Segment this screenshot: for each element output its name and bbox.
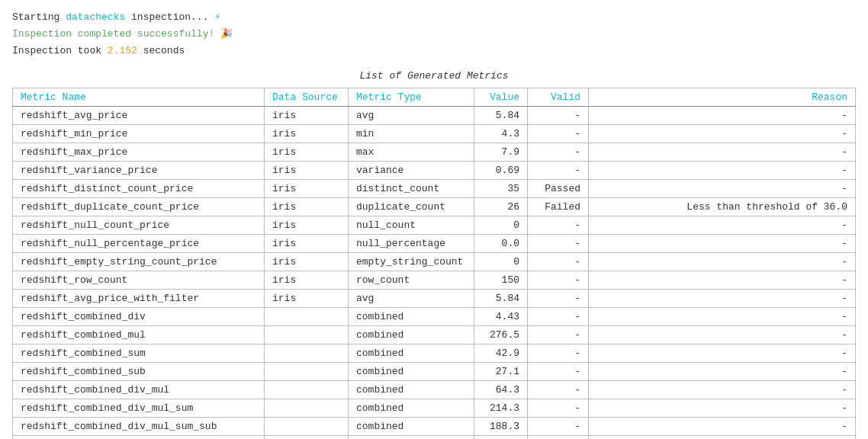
log-datachecks: datachecks	[66, 11, 125, 23]
cell-value: 27.1	[474, 363, 528, 381]
table-row: redshift_max_priceirismax7.9--	[13, 143, 856, 162]
log-line-2: Inspection completed successfully! 🎉	[12, 26, 856, 43]
table-row: redshift_min_priceirismin4.3--	[13, 125, 856, 143]
table-row: redshift_null_percentage_priceirisnull_p…	[13, 235, 856, 253]
cell-metric-name: redshift_avg_price_with_filter	[13, 290, 265, 308]
cell-metric-type: combined	[349, 436, 474, 439]
log-inspection-text: inspection...	[125, 11, 214, 23]
log-line-3: Inspection took 2.152 seconds	[12, 43, 856, 59]
cell-value: 214.3	[474, 399, 528, 418]
header-metric-name: Metric Name	[13, 88, 265, 107]
cell-metric-name: redshift_avg_price	[13, 107, 265, 125]
log-lightning-icon: ⚡	[214, 11, 220, 23]
table-row: redshift_combined_div_mul_sum_subcombine…	[13, 418, 856, 436]
cell-metric-type: combined	[349, 308, 474, 326]
cell-reason: -	[589, 344, 856, 363]
table-row: redshift_combined_div_mul_sumcombined214…	[13, 399, 856, 418]
cell-valid: -	[528, 125, 589, 143]
cell-valid: Passed	[528, 180, 589, 198]
cell-data-source: iris	[265, 290, 349, 308]
cell-reason: -	[589, 253, 856, 271]
header-valid: Valid	[528, 88, 589, 107]
cell-valid: Failed	[528, 436, 589, 439]
header-value: Value	[474, 88, 528, 107]
cell-valid: -	[528, 363, 589, 381]
cell-metric-name: redshift_distinct_count_price	[13, 180, 265, 198]
cell-reason: Less than threshold of 36.0	[589, 198, 856, 216]
cell-value: 35	[474, 180, 528, 198]
cell-data-source	[265, 399, 349, 418]
cell-metric-type: min	[349, 125, 474, 143]
cell-valid: Failed	[528, 198, 589, 216]
cell-data-source: iris	[265, 143, 349, 162]
cell-metric-name: redshift_combined_div_mul	[13, 381, 265, 399]
cell-valid: -	[528, 107, 589, 125]
cell-value: 276.5	[474, 326, 528, 344]
table-row: redshift_combined_div_mulcombined64.3--	[13, 381, 856, 399]
cell-value: 7.9	[474, 143, 528, 162]
cell-metric-type: empty_string_count	[349, 253, 474, 271]
cell-data-source	[265, 326, 349, 344]
cell-valid: -	[528, 344, 589, 363]
cell-metric-type: combined	[349, 418, 474, 436]
header-data-source: Data Source	[265, 88, 349, 107]
metrics-table: Metric Name Data Source Metric Type Valu…	[12, 88, 856, 439]
cell-data-source: iris	[265, 198, 349, 216]
cell-valid: -	[528, 381, 589, 399]
cell-valid: -	[528, 308, 589, 326]
cell-value: 0	[474, 253, 528, 271]
cell-value: 0.69	[474, 162, 528, 180]
cell-reason: Greater than threshold of 0.5	[589, 436, 856, 439]
cell-valid: -	[528, 253, 589, 271]
cell-reason: -	[589, 125, 856, 143]
cell-metric-name: redshift_combined_div	[13, 308, 265, 326]
cell-metric-type: null_count	[349, 216, 474, 235]
cell-metric-name: redshift_combined_sub	[13, 363, 265, 381]
table-row: redshift_combined_mulcombined276.5--	[13, 326, 856, 344]
cell-metric-name: redshift_min_price	[13, 125, 265, 143]
cell-metric-name: redshift_null_count_price	[13, 216, 265, 235]
cell-data-source	[265, 344, 349, 363]
cell-valid: -	[528, 162, 589, 180]
cell-data-source	[265, 308, 349, 326]
cell-metric-type: duplicate_count	[349, 198, 474, 216]
cell-data-source	[265, 363, 349, 381]
log-seconds-suffix: seconds	[137, 45, 185, 56]
cell-valid: -	[528, 290, 589, 308]
table-row: redshift_combined_sumcombined42.9--	[13, 344, 856, 363]
table-row: redshift_variance_priceirisvariance0.69-…	[13, 162, 856, 180]
cell-data-source: iris	[265, 253, 349, 271]
cell-metric-type: variance	[349, 162, 474, 180]
cell-valid: -	[528, 143, 589, 162]
cell-value: 0	[474, 216, 528, 235]
cell-metric-name: redshift_combined_mul	[13, 326, 265, 344]
table-header-row: Metric Name Data Source Metric Type Valu…	[13, 88, 856, 107]
cell-metric-type: max	[349, 143, 474, 162]
cell-data-source: iris	[265, 107, 349, 125]
cell-value: 0.0	[474, 235, 528, 253]
header-reason: Reason	[589, 88, 856, 107]
cell-valid: -	[528, 326, 589, 344]
cell-value: 150	[474, 271, 528, 290]
cell-metric-type: avg	[349, 107, 474, 125]
cell-reason: -	[589, 143, 856, 162]
cell-data-source: iris	[265, 125, 349, 143]
cell-metric-type: combined	[349, 326, 474, 344]
log-line-1: Starting datachecks inspection... ⚡	[12, 9, 856, 26]
cell-metric-type: combined	[349, 344, 474, 363]
cell-valid: -	[528, 399, 589, 418]
cell-metric-name: redshift_combined_div_mul_sum_sub	[13, 418, 265, 436]
cell-metric-name: redshift_combined_div_mul_sum_sub_div	[13, 436, 265, 439]
table-body: redshift_avg_priceirisavg5.84--redshift_…	[13, 107, 856, 439]
cell-reason: -	[589, 308, 856, 326]
cell-reason: -	[589, 399, 856, 418]
cell-reason: -	[589, 363, 856, 381]
cell-reason: -	[589, 162, 856, 180]
cell-value: 188.3	[474, 418, 528, 436]
cell-data-source	[265, 418, 349, 436]
table-row: redshift_combined_divcombined4.43--	[13, 308, 856, 326]
cell-metric-name: redshift_empty_string_count_price	[13, 253, 265, 271]
cell-value: 64.3	[474, 381, 528, 399]
cell-reason: -	[589, 235, 856, 253]
cell-metric-type: avg	[349, 290, 474, 308]
